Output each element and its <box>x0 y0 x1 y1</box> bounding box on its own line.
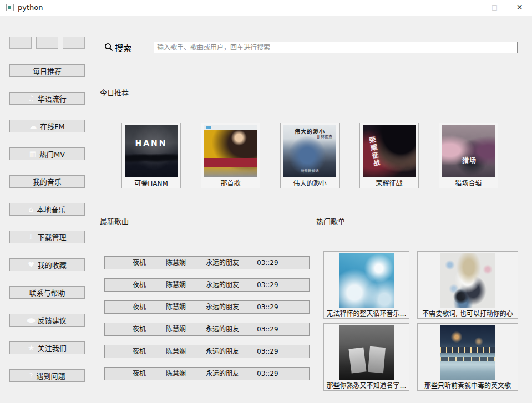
album-cover-art: 伟大的渺小 JJ 林俊杰 新专辑·精选 <box>283 125 336 177</box>
sidebar-item-online-fm[interactable]: ☁ 在线FM <box>9 120 85 132</box>
album-cover-art: 荣耀征战 <box>363 125 416 177</box>
playlist-title: 不需要歌词, 也可以打动你的心 <box>419 308 516 318</box>
album-cover-art: HANN <box>125 125 178 177</box>
playlist-cover-art <box>339 325 394 380</box>
song-duration: 03::29 <box>257 368 278 380</box>
song-row[interactable]: 夜机 陈慧娴 永远的朋友 03::29 <box>104 345 310 358</box>
album-card[interactable]: HANN 可馨HANM <box>121 123 181 188</box>
bridge-lights <box>440 347 495 353</box>
song-name: 夜机 <box>133 279 146 291</box>
song-name: 夜机 <box>133 257 146 269</box>
song-artist: 陈慧娴 <box>166 368 186 380</box>
song-album: 永远的朋友 <box>206 301 239 313</box>
song-row[interactable]: 夜机 陈慧娴 永远的朋友 03::29 <box>104 278 310 292</box>
playlist-title: 那些你熟悉又不知道名字… <box>325 380 408 390</box>
minimize-button[interactable]: — <box>457 0 482 16</box>
playlist-title: 那些只听前奏就中毒的英文歌 <box>419 380 516 390</box>
search-label: 搜索 <box>115 42 131 53</box>
sidebar-item-local-music[interactable]: ⌂ 本地音乐 <box>9 203 85 216</box>
album-title: 猎场合辑 <box>439 178 498 187</box>
album-card[interactable]: 那首歌 <box>201 123 260 188</box>
sidebar-item-label: 反馈建议 <box>38 315 67 325</box>
playlist-card[interactable]: 那些你熟悉又不知道名字… <box>323 323 409 391</box>
titlebar: python — □ ✕ <box>0 0 532 16</box>
window-title: python <box>18 3 43 12</box>
sidebar-small-button-2[interactable] <box>36 37 58 49</box>
song-row[interactable]: 夜机 陈慧娴 永远的朋友 03::29 <box>104 300 310 314</box>
song-artist: 陈慧娴 <box>166 279 186 291</box>
album-card[interactable]: 伟大的渺小 JJ 林俊杰 新专辑·精选 伟大的渺小 <box>280 123 340 188</box>
album-cover-foottext: 新专辑·精选 <box>283 168 336 173</box>
playlist-card[interactable]: 那些只听前奏就中毒的英文歌 <box>417 323 518 391</box>
album-card[interactable]: 猎场 猎场合辑 <box>439 123 498 188</box>
playlist-card[interactable]: 不需要歌词, 也可以打动你的心 <box>417 251 518 319</box>
search-icon <box>104 43 113 54</box>
album-title: 可馨HANM <box>122 178 180 187</box>
section-latest-songs: 最新歌曲 <box>100 216 129 226</box>
album-cover-text: 荣耀征战 <box>367 136 381 168</box>
sidebar-item-label: 本地音乐 <box>37 204 65 215</box>
song-album: 永远的朋友 <box>206 368 239 380</box>
bridge-lights <box>440 357 495 361</box>
song-artist: 陈慧娴 <box>166 323 186 335</box>
song-row[interactable]: 夜机 陈慧娴 永远的朋友 03::29 <box>104 323 310 336</box>
maximize-button[interactable]: □ <box>482 0 507 16</box>
sidebar-item-contact-help[interactable]: 联系与帮助 <box>9 286 85 299</box>
album-cover-subtext: JJ 林俊杰 <box>317 134 332 139</box>
sidebar-small-button-3[interactable] <box>63 37 85 49</box>
sidebar-item-feedback[interactable]: ● 反馈建议 <box>9 314 85 327</box>
mv-grid-icon: ▦ <box>29 150 36 157</box>
album-cover-band <box>204 158 257 167</box>
sidebar-item-label: 在线FM <box>40 121 65 131</box>
sidebar-item-daily-recommend[interactable]: 每日推荐 <box>9 64 85 77</box>
song-row[interactable]: 夜机 陈慧娴 永远的朋友 03::29 <box>104 256 310 269</box>
song-artist: 陈慧娴 <box>166 301 186 313</box>
album-card[interactable]: 荣耀征战 荣耀征战 <box>359 123 419 188</box>
sidebar-item-follow-us[interactable]: ★ 关注我们 <box>9 341 85 354</box>
music-note-icon: ♫ <box>28 95 34 102</box>
song-duration: 03::29 <box>257 301 278 313</box>
playlist-title: 无法释怀的整天循环音乐… <box>325 308 408 318</box>
star-icon: ★ <box>28 344 34 351</box>
song-name: 夜机 <box>133 345 146 358</box>
song-duration: 03::29 <box>257 257 278 269</box>
home-icon: ⌂ <box>29 206 33 213</box>
album-cover-text: HANN <box>125 139 178 147</box>
song-album: 永远的朋友 <box>206 345 239 358</box>
sidebar-item-chinese-pop[interactable]: ♫ 华语流行 <box>9 92 85 105</box>
section-hot-playlists: 热门歌单 <box>316 216 345 226</box>
sidebar-item-download-manager[interactable]: ⇩ 下载管理 <box>9 231 85 243</box>
sidebar-item-problems[interactable]: ? 遇到问题 <box>9 369 85 382</box>
section-today-recommend: 今日推荐 <box>100 87 129 98</box>
sidebar-item-label: 华语流行 <box>38 93 67 104</box>
sidebar-item-my-music[interactable]: 我的音乐 <box>9 175 85 188</box>
song-row[interactable]: 夜机 陈慧娴 永远的朋友 03::29 <box>104 367 310 380</box>
song-artist: 陈慧娴 <box>166 257 186 269</box>
sidebar-item-label: 联系与帮助 <box>29 287 65 298</box>
song-duration: 03::29 <box>257 279 278 291</box>
sidebar-item-label: 每日推荐 <box>33 65 62 76</box>
playlist-card[interactable]: 无法释怀的整天循环音乐… <box>323 251 409 319</box>
heart-icon: ♥ <box>28 261 34 268</box>
album-cover-art <box>204 125 257 177</box>
sidebar-small-button-1[interactable] <box>9 37 32 49</box>
sidebar-item-label: 热门MV <box>39 149 65 159</box>
album-cover-topbar <box>204 125 257 130</box>
speech-bubble-icon: ● <box>27 317 36 323</box>
sidebar-item-label: 我的音乐 <box>33 176 62 187</box>
playlist-cover-art <box>440 325 495 380</box>
song-album: 永远的朋友 <box>206 323 239 335</box>
close-button[interactable]: ✕ <box>507 0 532 16</box>
app-icon <box>6 4 14 11</box>
playlist-cover-art <box>440 253 495 308</box>
search-input[interactable] <box>154 42 518 53</box>
song-album: 永远的朋友 <box>206 279 239 291</box>
album-cover-bottom <box>204 167 257 177</box>
sidebar-item-label: 我的收藏 <box>38 259 67 270</box>
album-title: 荣耀征战 <box>360 178 418 187</box>
sidebar-item-my-favorites[interactable]: ♥ 我的收藏 <box>9 258 85 271</box>
song-duration: 03::29 <box>257 345 278 358</box>
album-cover-art: 猎场 <box>442 125 495 177</box>
sidebar-item-hot-mv[interactable]: ▦ 热门MV <box>9 147 85 160</box>
sidebar-item-label: 下载管理 <box>37 232 66 242</box>
